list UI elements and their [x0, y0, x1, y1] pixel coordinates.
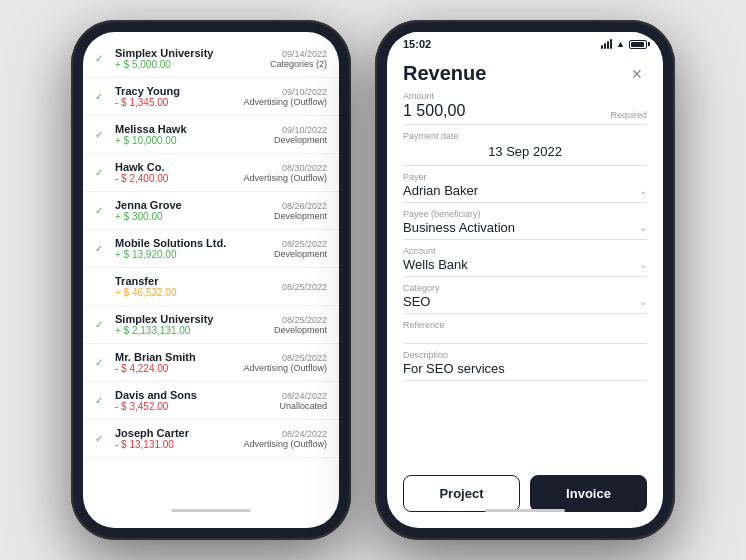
table-row[interactable]: ✓Simplex University+ $ 5,000.0009/14/202… — [83, 40, 339, 78]
form-header: Revenue ✕ — [387, 54, 663, 91]
tx-right: 08/24/2022Advertising (Outflow) — [243, 429, 327, 449]
close-button[interactable]: ✕ — [627, 64, 647, 84]
tx-name: Davis and Sons — [115, 389, 273, 401]
tx-name: Mobile Solutions Ltd. — [115, 237, 268, 249]
tx-name: Transfer — [115, 275, 276, 287]
signal-bar-2 — [604, 43, 606, 49]
amount-field: Amount 1 500,00 Required — [403, 91, 647, 125]
tx-info: Jenna Grove+ $ 300.00 — [115, 199, 268, 222]
table-row[interactable]: ✓Hawk Co.- $ 2,400.0008/30/2022Advertisi… — [83, 154, 339, 192]
tx-info: Simplex University+ $ 5,000.00 — [115, 47, 264, 70]
account-field: Account Wells Bank ⌄ — [403, 246, 647, 277]
tx-info: Joseph Carter- $ 13,131.00 — [115, 427, 237, 450]
tx-amount: - $ 2,400.00 — [115, 173, 237, 184]
tx-date: 08/24/2022 — [243, 429, 327, 439]
account-chevron: ⌄ — [639, 259, 647, 270]
right-phone: 15:02 ▲ Revenue ✕ — [375, 20, 675, 540]
status-bar: 15:02 ▲ — [387, 32, 663, 54]
tx-right: 08/24/2022Unallocated — [279, 391, 327, 411]
home-bar-right — [485, 509, 565, 512]
check-icon: ✓ — [95, 91, 109, 102]
tx-info: Mobile Solutions Ltd.+ $ 13,920.00 — [115, 237, 268, 260]
tx-date: 08/25/2022 — [274, 239, 327, 249]
tx-category: Development — [274, 325, 327, 335]
payment-date-field: Payment date 13 Sep 2022 — [403, 131, 647, 166]
table-row[interactable]: ✓Melissa Hawk+ $ 10,000.0009/10/2022Deve… — [83, 116, 339, 154]
payee-chevron: ⌄ — [639, 222, 647, 233]
home-bar — [171, 509, 251, 512]
table-row[interactable]: ✓Mr. Brian Smith- $ 4,224.0008/25/2022Ad… — [83, 344, 339, 382]
tx-info: Melissa Hawk+ $ 10,000.00 — [115, 123, 268, 146]
form-body: Amount 1 500,00 Required Payment date 13… — [387, 91, 663, 465]
tx-right: 09/14/2022Categories (2) — [270, 49, 327, 69]
table-row[interactable]: ✓Davis and Sons- $ 3,452.0008/24/2022Una… — [83, 382, 339, 420]
tx-right: 09/10/2022Advertising (Outflow) — [243, 87, 327, 107]
tx-info: Transfer+ $ 46,532.00 — [115, 275, 276, 298]
account-label: Account — [403, 246, 647, 256]
tx-category: Advertising (Outflow) — [243, 97, 327, 107]
tx-amount: + $ 2,133,131.00 — [115, 325, 268, 336]
payee-field: Payee (beneficiary) Business Activation … — [403, 209, 647, 240]
amount-row: Amount 1 500,00 Required — [403, 91, 647, 120]
tx-amount: + $ 13,920.00 — [115, 249, 268, 260]
account-value: Wells Bank — [403, 257, 468, 272]
table-row[interactable]: ✓Mobile Solutions Ltd.+ $ 13,920.0008/25… — [83, 230, 339, 268]
tx-info: Hawk Co.- $ 2,400.00 — [115, 161, 237, 184]
signal-bar-3 — [607, 41, 609, 49]
check-icon: ✓ — [95, 395, 109, 406]
tx-right: 09/10/2022Development — [274, 125, 327, 145]
payee-row[interactable]: Business Activation ⌄ — [403, 220, 647, 235]
description-value[interactable]: For SEO services — [403, 361, 647, 376]
table-row[interactable]: ✓Simplex University+ $ 2,133,131.0008/25… — [83, 306, 339, 344]
tx-name: Mr. Brian Smith — [115, 351, 237, 363]
invoice-button[interactable]: Invoice — [530, 475, 647, 512]
tx-date: 08/30/2022 — [243, 163, 327, 173]
right-screen: 15:02 ▲ Revenue ✕ — [387, 32, 663, 528]
amount-value[interactable]: 1 500,00 — [403, 102, 465, 120]
tx-category: Advertising (Outflow) — [243, 439, 327, 449]
battery-icon — [629, 40, 647, 49]
payee-label: Payee (beneficiary) — [403, 209, 647, 219]
tx-category: Unallocated — [279, 401, 327, 411]
amount-label: Amount — [403, 91, 465, 101]
tx-right: 08/25/2022 — [282, 282, 327, 292]
tx-category: Categories (2) — [270, 59, 327, 69]
tx-category: Development — [274, 211, 327, 221]
tx-amount: - $ 4,224.00 — [115, 363, 237, 374]
table-row[interactable]: Transfer+ $ 46,532.0008/25/2022 — [83, 268, 339, 306]
tx-amount: + $ 10,000.00 — [115, 135, 268, 146]
reference-field: Reference — [403, 320, 647, 344]
check-icon: ✓ — [95, 433, 109, 444]
table-row[interactable]: ✓Jenna Grove+ $ 300.0008/26/2022Developm… — [83, 192, 339, 230]
tx-info: Mr. Brian Smith- $ 4,224.00 — [115, 351, 237, 374]
reference-label: Reference — [403, 320, 647, 330]
scene: ✓Simplex University+ $ 5,000.0009/14/202… — [0, 0, 746, 560]
tx-amount: + $ 300.00 — [115, 211, 268, 222]
payer-row[interactable]: Adrian Baker ⌄ — [403, 183, 647, 198]
payment-date-value[interactable]: 13 Sep 2022 — [403, 142, 647, 161]
left-phone: ✓Simplex University+ $ 5,000.0009/14/202… — [71, 20, 351, 540]
table-row[interactable]: ✓Joseph Carter- $ 13,131.0008/24/2022Adv… — [83, 420, 339, 458]
signal-bar-1 — [601, 45, 603, 49]
table-row[interactable]: ✓Tracy Young- $ 1,345.0009/10/2022Advert… — [83, 78, 339, 116]
tx-date: 08/24/2022 — [279, 391, 327, 401]
tx-right: 08/26/2022Development — [274, 201, 327, 221]
tx-info: Davis and Sons- $ 3,452.00 — [115, 389, 273, 412]
check-icon: ✓ — [95, 205, 109, 216]
category-row[interactable]: SEO ⌄ — [403, 294, 647, 309]
check-icon: ✓ — [95, 319, 109, 330]
tx-right: 08/25/2022Advertising (Outflow) — [243, 353, 327, 373]
tx-date: 09/10/2022 — [274, 125, 327, 135]
account-row[interactable]: Wells Bank ⌄ — [403, 257, 647, 272]
form-footer: Project Invoice — [387, 465, 663, 528]
tx-right: 08/30/2022Advertising (Outflow) — [243, 163, 327, 183]
description-label: Description — [403, 350, 647, 360]
project-button[interactable]: Project — [403, 475, 520, 512]
tx-date: 08/25/2022 — [274, 315, 327, 325]
payer-label: Payer — [403, 172, 647, 182]
payment-date-label: Payment date — [403, 131, 647, 141]
tx-name: Jenna Grove — [115, 199, 268, 211]
category-field: Category SEO ⌄ — [403, 283, 647, 314]
tx-amount: + $ 5,000.00 — [115, 59, 264, 70]
tx-name: Simplex University — [115, 313, 268, 325]
